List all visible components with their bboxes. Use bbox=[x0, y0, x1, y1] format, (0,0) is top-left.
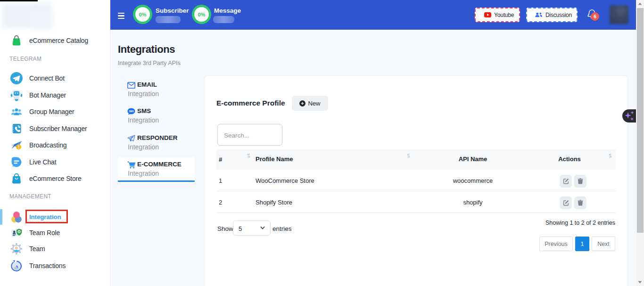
svg-text:SMS: SMS bbox=[129, 110, 134, 113]
